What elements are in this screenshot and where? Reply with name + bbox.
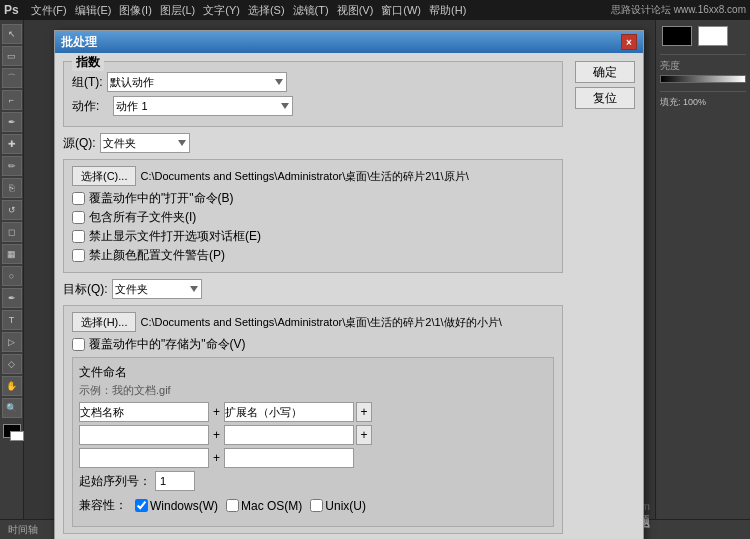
tool-hand[interactable]: ✋ [2,376,22,396]
menu-image[interactable]: 图像(I) [119,3,151,18]
tool-shape[interactable]: ◇ [2,354,22,374]
select-target-button[interactable]: 选择(H)... [72,312,136,332]
bg-color[interactable] [698,26,728,46]
tool-history[interactable]: ↺ [2,200,22,220]
source-path-text: C:\Documents and Settings\Administrator\… [140,169,468,184]
filename-select-1a[interactable]: 文档名称 [79,402,209,422]
cb-suppress-open[interactable] [72,230,85,243]
tool-crop[interactable]: ⌐ [2,90,22,110]
plus-separator-1: + [213,405,220,419]
ps-menubar: Ps 文件(F) 编辑(E) 图像(I) 图层(L) 文字(Y) 选择(S) 滤… [0,0,750,20]
cb-suppress-color[interactable] [72,249,85,262]
filename-example: 示例：我的文档.gif [79,383,547,398]
action-label: 动作: [72,98,99,115]
tool-eyedrop[interactable]: ✒ [2,112,22,132]
panel-label-levels: 亮度 [660,59,746,73]
tool-heal[interactable]: ✚ [2,134,22,154]
cb-override-save[interactable] [72,338,85,351]
batch-dialog: 批处理 × 确定 复位 指数 组(T): 默认动作 [54,30,644,539]
ps-right-panel: 亮度 填充: 100% [655,20,750,539]
panel-color [660,24,746,55]
section-inner-directives: 组(T): 默认动作 动作: 动作 1 [72,68,554,116]
cb-override-open[interactable] [72,192,85,205]
cb-suppress-color-row: 禁止颜色配置文件警告(P) [72,247,554,264]
tool-move[interactable]: ↖ [2,24,22,44]
plus-btn-1[interactable]: + [356,402,372,422]
group-label: 组(T): [72,74,103,91]
compat-row: 兼容性： Windows(W) Mac OS(M) [79,497,547,514]
reset-button[interactable]: 复位 [575,87,635,109]
select-source-button[interactable]: 选择(C)... [72,166,136,186]
serial-label: 起始序列号： [79,473,151,490]
dialog-close-button[interactable]: × [621,34,637,50]
menu-file[interactable]: 文件(F) [31,3,67,18]
source-row: 源(Q): 文件夹 [63,133,563,153]
target-path-text: C:\Documents and Settings\Administrator\… [140,315,501,330]
tool-pen[interactable]: ✒ [2,288,22,308]
tool-path-select[interactable]: ▷ [2,332,22,352]
action-select[interactable]: 动作 1 [113,96,293,116]
tool-text[interactable]: T [2,310,22,330]
dialog-title: 批处理 [61,34,97,51]
target-type-select[interactable]: 文件夹 [112,279,202,299]
dialog-actions: 确定 复位 [575,61,635,109]
section-title-directives: 指数 [72,54,104,71]
filename-row-1: 文档名称 + 扩展名（小写） + [79,402,547,422]
tool-gradient[interactable]: ▦ [2,244,22,264]
compat-windows-text: Windows(W) [150,499,218,513]
menu-text[interactable]: 文字(Y) [203,3,240,18]
dialog-content: 指数 组(T): 默认动作 动作: 动作 1 [63,61,563,539]
compat-macos-checkbox[interactable] [226,499,239,512]
filename-select-2a[interactable] [79,425,209,445]
filename-select-3b[interactable] [224,448,354,468]
action-row: 动作: 动作 1 [72,96,554,116]
cb-suppress-open-row: 禁止显示文件打开选项对话框(E) [72,228,554,245]
plus-separator-2: + [213,428,220,442]
cb-include-subfolder-row: 包含所有子文件夹(I) [72,209,554,226]
fg-color[interactable] [662,26,692,46]
plus-separator-3: + [213,451,220,465]
cb-override-save-row: 覆盖动作中的"存储为"命令(V) [72,336,554,353]
source-type-select[interactable]: 文件夹 [100,133,190,153]
ps-toolbar: ↖ ▭ ⌒ ⌐ ✒ ✚ ✏ ⎘ ↺ ◻ ▦ ○ ✒ T ▷ ◇ ✋ 🔍 [0,20,24,539]
target-path-row: 选择(H)... C:\Documents and Settings\Admin… [72,312,554,332]
tool-dodge[interactable]: ○ [2,266,22,286]
source-section: 选择(C)... C:\Documents and Settings\Admin… [63,159,563,273]
ok-button[interactable]: 确定 [575,61,635,83]
panel-adjustments: 亮度 [660,59,746,92]
cb-suppress-open-label: 禁止显示文件打开选项对话框(E) [89,228,261,245]
serial-input[interactable] [155,471,195,491]
cb-override-save-label: 覆盖动作中的"存储为"命令(V) [89,336,246,353]
tool-eraser[interactable]: ◻ [2,222,22,242]
plus-btn-2[interactable]: + [356,425,372,445]
menu-window[interactable]: 窗口(W) [381,3,421,18]
tool-stamp[interactable]: ⎘ [2,178,22,198]
tool-select-rect[interactable]: ▭ [2,46,22,66]
filename-label: 文件命名 [79,364,547,381]
menu-select[interactable]: 选择(S) [248,3,285,18]
filename-select-3a[interactable] [79,448,209,468]
group-select[interactable]: 默认动作 [107,72,287,92]
tool-lasso[interactable]: ⌒ [2,68,22,88]
cb-include-subfolder-label: 包含所有子文件夹(I) [89,209,196,226]
menu-help[interactable]: 帮助(H) [429,3,466,18]
menu-edit[interactable]: 编辑(E) [75,3,112,18]
tool-brush[interactable]: ✏ [2,156,22,176]
cb-suppress-color-label: 禁止颜色配置文件警告(P) [89,247,225,264]
filename-row-3: + [79,448,547,468]
cb-override-open-row: 覆盖动作中的"打开"命令(B) [72,190,554,207]
target-section: 选择(H)... C:\Documents and Settings\Admin… [63,305,563,534]
source-label: 源(Q): [63,135,96,152]
compat-windows-checkbox[interactable] [135,499,148,512]
dialog-titlebar: 批处理 × [55,31,643,53]
filename-select-1b[interactable]: 扩展名（小写） [224,402,354,422]
cb-include-subfolder[interactable] [72,211,85,224]
menu-view[interactable]: 视图(V) [337,3,374,18]
menu-filter[interactable]: 滤镜(T) [293,3,329,18]
compat-unix-checkbox[interactable] [310,499,323,512]
menu-layer[interactable]: 图层(L) [160,3,195,18]
compat-macos-label: Mac OS(M) [226,499,302,513]
tool-zoom[interactable]: 🔍 [2,398,22,418]
filename-select-2b[interactable] [224,425,354,445]
ps-logo: Ps [4,3,19,17]
